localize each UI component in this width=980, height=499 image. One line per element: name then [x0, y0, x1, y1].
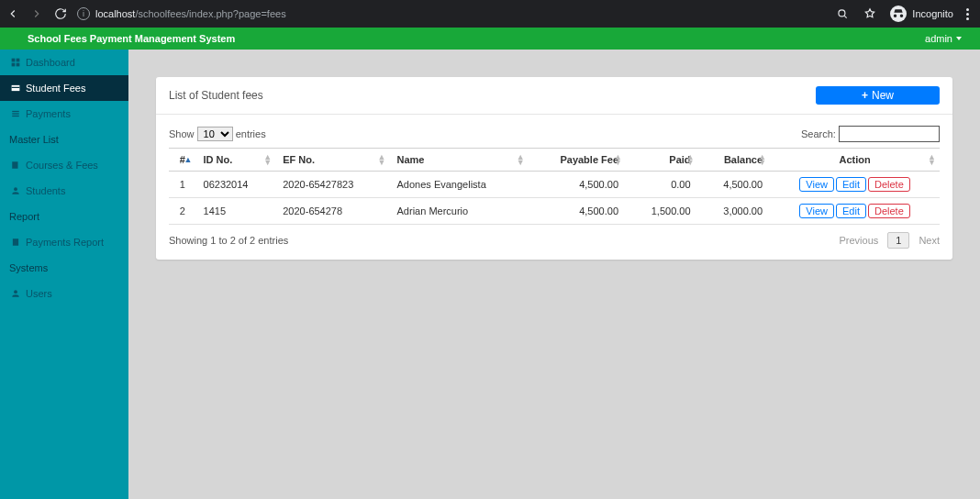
length-control: Show 10 entries: [169, 127, 266, 141]
sidebar-item-users[interactable]: Users: [0, 281, 128, 306]
browser-chrome: i localhost/schoolfees/index.php?page=fe…: [0, 0, 980, 28]
svg-rect-9: [12, 116, 19, 116]
table-row: 214152020-654278Adrian Mercurio4,500.001…: [169, 198, 940, 225]
length-select[interactable]: 10: [197, 127, 233, 141]
forward-button[interactable]: [29, 6, 44, 21]
col-fee[interactable]: Payable Fee▲▼: [529, 149, 626, 172]
sidebar: Dashboard Student Fees Payments Master L…: [0, 50, 128, 499]
cell-bal: 4,500.00: [698, 172, 771, 198]
delete-button[interactable]: Delete: [868, 204, 910, 218]
back-button[interactable]: [6, 6, 20, 21]
edit-button[interactable]: Edit: [836, 177, 866, 192]
main-content: List of Student fees +New Show 10 entrie…: [128, 50, 980, 499]
report-icon: [11, 238, 20, 247]
search-icon[interactable]: [835, 6, 850, 21]
delete-button[interactable]: Delete: [868, 177, 910, 192]
incognito-badge: Incognito: [890, 6, 953, 22]
pagination: Previous 1 Next: [839, 232, 940, 249]
view-button[interactable]: View: [799, 204, 834, 218]
sidebar-section-systems: Systems: [0, 255, 128, 281]
table-info: Showing 1 to 2 of 2 entries: [169, 235, 288, 246]
incognito-label: Incognito: [912, 8, 953, 19]
app-title: School Fees Payment Management System: [28, 33, 235, 44]
card-icon: [11, 83, 20, 93]
edit-button[interactable]: Edit: [836, 204, 866, 218]
cell-actions: ViewEditDelete: [770, 172, 940, 198]
bookmark-star-icon[interactable]: [863, 6, 877, 21]
sidebar-item-students[interactable]: Students: [0, 178, 128, 204]
page-1[interactable]: 1: [887, 232, 909, 249]
sidebar-section-report: Report: [0, 204, 128, 229]
svg-point-10: [14, 187, 17, 191]
sidebar-item-dashboard[interactable]: Dashboard: [0, 50, 128, 75]
users-icon: [11, 289, 20, 298]
url-path: /schoolfees/index.php?page=fees: [135, 8, 285, 19]
col-paid[interactable]: Paid▲▼: [626, 149, 698, 172]
col-action: Action▲▼: [770, 149, 940, 172]
cell-index: 1: [169, 172, 196, 198]
col-balance[interactable]: Balance▲▼: [698, 149, 771, 172]
search-input[interactable]: [839, 126, 940, 142]
col-efno[interactable]: EF No.▲▼: [275, 149, 389, 172]
cell-idno: 06232014: [196, 172, 276, 198]
sidebar-section-master: Master List: [0, 127, 128, 152]
svg-rect-6: [12, 87, 20, 88]
reload-button[interactable]: [53, 6, 68, 21]
svg-point-0: [839, 10, 845, 17]
book-icon: [11, 161, 20, 170]
svg-rect-4: [17, 63, 20, 67]
cell-paid: 0.00: [626, 172, 698, 198]
page-prev[interactable]: Previous: [839, 235, 878, 246]
student-fees-card: List of Student fees +New Show 10 entrie…: [156, 77, 952, 260]
cell-name: Adones Evangelista: [390, 172, 529, 198]
svg-rect-1: [12, 59, 16, 62]
search-control: Search:: [801, 126, 940, 142]
col-index[interactable]: #▲: [169, 149, 196, 172]
sidebar-item-student-fees[interactable]: Student Fees: [0, 75, 128, 101]
svg-rect-2: [17, 59, 20, 62]
fees-table: #▲ ID No.▲▼ EF No.▲▼ Name▲▼ Payable Fee▲…: [169, 148, 940, 225]
svg-rect-7: [12, 111, 19, 112]
svg-rect-11: [13, 238, 18, 246]
sidebar-item-courses-fees[interactable]: Courses & Fees: [0, 152, 128, 178]
cell-index: 2: [169, 198, 196, 225]
list-icon: [11, 109, 20, 118]
cell-fee: 4,500.00: [529, 198, 626, 225]
cell-fee: 4,500.00: [529, 172, 626, 198]
page-next[interactable]: Next: [919, 235, 940, 246]
svg-point-12: [14, 290, 17, 294]
url-host: localhost: [95, 8, 135, 19]
user-menu[interactable]: admin: [925, 33, 962, 44]
plus-icon: +: [862, 89, 868, 102]
cell-idno: 1415: [196, 198, 276, 225]
table-row: 1062320142020-65427823Adones Evangelista…: [169, 172, 940, 198]
dashboard-icon: [11, 58, 20, 67]
sidebar-item-payments-report[interactable]: Payments Report: [0, 229, 128, 255]
col-idno[interactable]: ID No.▲▼: [196, 149, 276, 172]
new-button[interactable]: +New: [816, 86, 940, 105]
view-button[interactable]: View: [799, 177, 834, 192]
caret-down-icon: [956, 37, 962, 40]
cell-efno: 2020-65427823: [275, 172, 389, 198]
card-title: List of Student fees: [169, 89, 263, 102]
app-header: School Fees Payment Management System ad…: [0, 28, 980, 50]
sidebar-item-payments[interactable]: Payments: [0, 101, 128, 127]
browser-menu-button[interactable]: [966, 8, 969, 20]
site-info-icon[interactable]: i: [77, 7, 90, 20]
cell-actions: ViewEditDelete: [770, 198, 940, 225]
address-bar[interactable]: i localhost/schoolfees/index.php?page=fe…: [77, 7, 826, 20]
cell-name: Adrian Mercurio: [390, 198, 529, 225]
cell-paid: 1,500.00: [626, 198, 698, 225]
svg-rect-8: [12, 113, 19, 114]
svg-rect-3: [12, 63, 16, 67]
incognito-icon: [890, 6, 907, 22]
col-name[interactable]: Name▲▼: [390, 149, 529, 172]
cell-efno: 2020-654278: [275, 198, 389, 225]
users-icon: [11, 186, 20, 195]
cell-bal: 3,000.00: [698, 198, 771, 225]
